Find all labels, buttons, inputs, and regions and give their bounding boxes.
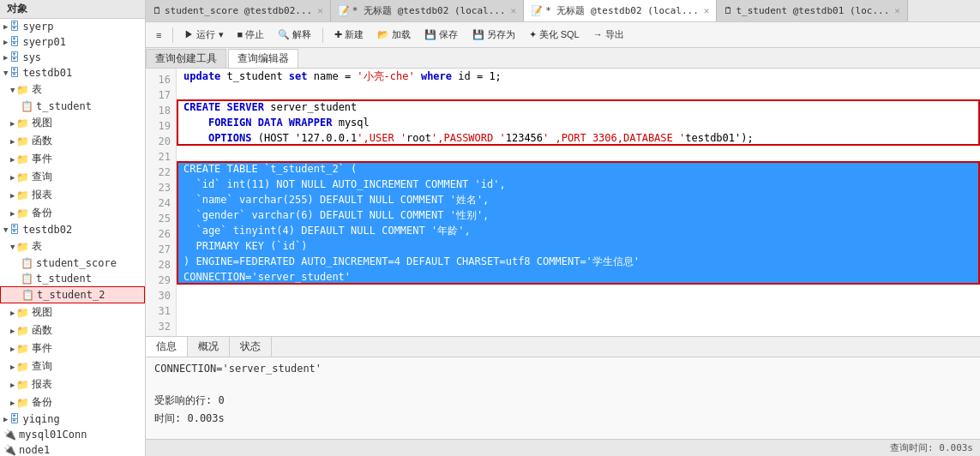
- sidebar-item-testdb02-view[interactable]: ▶📁视图: [0, 303, 145, 321]
- line-number-21: 21: [151, 149, 171, 165]
- toolbar-separator-3: [322, 27, 323, 43]
- tab-t_student-@testdb01-[interactable]: 🗒t_student @testdb01 (loc...✕: [717, 0, 907, 22]
- code-line-25: `gender` varchar(6) DEFAULT NULL COMMENT…: [177, 207, 980, 223]
- toolbar-btn-3[interactable]: 🔍 解释: [273, 27, 316, 43]
- code-line-31: [177, 300, 980, 315]
- sidebar-item-syerp01[interactable]: ▶🗄syerp01: [0, 34, 145, 50]
- toolbar-btn-9[interactable]: → 导出: [588, 27, 629, 43]
- editor-area[interactable]: 1617181920212223242526272829303132update…: [146, 69, 980, 336]
- sidebar-item-testdb01-event[interactable]: ▶📁事件: [0, 150, 145, 168]
- sidebar-item-testdb02-t_student[interactable]: 📋t_student: [0, 271, 145, 286]
- sub-tab-查询创建工具[interactable]: 查询创建工具: [146, 49, 226, 68]
- sidebar-item-testdb01-view[interactable]: ▶📁视图: [0, 114, 145, 132]
- sidebar-item-syerp[interactable]: ▶🗄syerp: [0, 19, 145, 34]
- code-line-22: CREATE TABLE `t_student_2` (: [177, 161, 980, 177]
- line-number-16: 16: [151, 72, 171, 87]
- line-number-30: 30: [151, 288, 171, 303]
- line-number-26: 26: [151, 226, 171, 242]
- code-line-20: OPTIONS (HOST '127.0.0.1',USER 'root',PA…: [177, 130, 980, 146]
- sidebar-item-testdb02-table[interactable]: ▼📁表: [0, 237, 145, 255]
- right-panel: 🗒student_score @testdb02...✕📝* 无标题 @test…: [146, 0, 980, 456]
- toolbar: ≡▶ 运行 ▾■ 停止🔍 解释✚ 新建📂 加载💾 保存💾 另存为✦ 美化 SQL…: [146, 22, 980, 48]
- line-number-18: 18: [151, 103, 171, 118]
- code-line-18: CREATE SERVER server_student: [177, 99, 980, 115]
- line-number-24: 24: [151, 195, 171, 211]
- sidebar-item-testdb02-report[interactable]: ▶📁报表: [0, 375, 145, 393]
- line-number-31: 31: [151, 303, 171, 319]
- sidebar-item-testdb01-backup[interactable]: ▶📁备份: [0, 204, 145, 222]
- toolbar-btn-4[interactable]: ✚ 新建: [329, 27, 369, 43]
- line-number-19: 19: [151, 118, 171, 134]
- tab-student_score-@testd[interactable]: 🗒student_score @testdb02...✕: [146, 0, 331, 22]
- toolbar-btn-1[interactable]: ▶ 运行 ▾: [179, 27, 228, 43]
- sidebar-item-node1[interactable]: 🔌node1: [0, 442, 145, 456]
- sidebar-item-testdb02-func[interactable]: ▶📁函数: [0, 321, 145, 339]
- toolbar-btn-5[interactable]: 📂 加载: [372, 27, 416, 43]
- code-line-32: [177, 315, 980, 331]
- info-line1: CONNECTION='server_student': [154, 363, 971, 375]
- toolbar-separator-0: [172, 27, 173, 43]
- sidebar-item-testdb01-query[interactable]: ▶📁查询: [0, 168, 145, 186]
- code-line-17: [177, 84, 980, 99]
- sidebar-item-mysql01Conn[interactable]: 🔌mysql01Conn: [0, 427, 145, 442]
- info-tab-概况[interactable]: 概况: [188, 337, 230, 357]
- status-text: 查询时间: 0.003s: [890, 441, 973, 454]
- sidebar-item-testdb02-student_score[interactable]: 📋student_score: [0, 255, 145, 271]
- code-line-23: `id` int(11) NOT NULL AUTO_INCREMENT COM…: [177, 177, 980, 192]
- info-line4: 时间: 0.003s: [154, 411, 971, 426]
- sub-tab-查询编辑器[interactable]: 查询编辑器: [228, 49, 298, 68]
- sidebar-item-sys[interactable]: ▶🗄sys: [0, 50, 145, 65]
- sidebar-item-testdb02-t_student_2[interactable]: 📋t_student_2: [0, 286, 145, 303]
- sidebar-item-testdb01[interactable]: ▼🗄testdb01: [0, 65, 145, 81]
- info-content: CONNECTION='server_student' 受影响的行: 0 时间:…: [146, 357, 980, 439]
- sidebar-item-testdb01-t_student[interactable]: 📋t_student: [0, 99, 145, 114]
- line-number-28: 28: [151, 257, 171, 273]
- line-number-17: 17: [151, 87, 171, 103]
- sidebar-header: 对象: [0, 0, 145, 19]
- toolbar-btn-2[interactable]: ■ 停止: [232, 27, 270, 43]
- sidebar-item-testdb02-query[interactable]: ▶📁查询: [0, 357, 145, 375]
- sidebar-item-testdb02-backup[interactable]: ▶📁备份: [0, 393, 145, 411]
- info-line2: [154, 378, 971, 390]
- code-line-30: [177, 285, 980, 300]
- sidebar-item-testdb01-table[interactable]: ▼📁表: [0, 81, 145, 99]
- code-line-29: CONNECTION='server_student': [177, 269, 980, 285]
- line-numbers: 1617181920212223242526272829303132: [146, 69, 177, 336]
- tab-*-无标题-@testdb02-(loc[interactable]: 📝* 无标题 @testdb02 (local...✕: [331, 0, 524, 22]
- code-line-26: `age` tinyint(4) DEFAULT NULL COMMENT '年…: [177, 223, 980, 238]
- line-number-20: 20: [151, 134, 171, 149]
- code-line-16: update t_student set name = '小亮-che' whe…: [177, 69, 980, 84]
- toolbar-btn-7[interactable]: 💾 另存为: [467, 27, 520, 43]
- code-line-19: FOREIGN DATA WRAPPER mysql: [177, 115, 980, 130]
- info-tab-信息[interactable]: 信息: [146, 337, 188, 357]
- line-number-27: 27: [151, 242, 171, 257]
- info-tab-状态[interactable]: 状态: [230, 337, 272, 357]
- line-number-22: 22: [151, 165, 171, 180]
- toolbar-btn-6[interactable]: 💾 保存: [419, 27, 463, 43]
- code-line-27: PRIMARY KEY (`id`): [177, 238, 980, 254]
- toolbar-btn-0[interactable]: ≡: [151, 28, 166, 42]
- code-line-28: ) ENGINE=FEDERATED AUTO_INCREMENT=4 DEFA…: [177, 254, 980, 269]
- line-number-29: 29: [151, 273, 171, 288]
- status-bar: 查询时间: 0.003s: [146, 439, 980, 456]
- code-line-24: `name` varchar(255) DEFAULT NULL COMMENT…: [177, 192, 980, 207]
- tab-*-无标题-@testdb02-(loc[interactable]: 📝* 无标题 @testdb02 (local...✕: [524, 0, 717, 22]
- sidebar-item-testdb01-report[interactable]: ▶📁报表: [0, 186, 145, 204]
- code-line-21: [177, 146, 980, 161]
- info-panel: 信息概况状态 CONNECTION='server_student' 受影响的行…: [146, 336, 980, 439]
- sidebar: 对象 ▶🗄syerp▶🗄syerp01▶🗄sys▼🗄testdb01▼📁表📋t_…: [0, 0, 146, 456]
- line-number-25: 25: [151, 211, 171, 226]
- sub-tab-bar: 查询创建工具查询编辑器: [146, 48, 980, 69]
- sidebar-item-yiqing[interactable]: ▶🗄yiqing: [0, 411, 145, 427]
- line-number-32: 32: [151, 319, 171, 334]
- tab-bar: 🗒student_score @testdb02...✕📝* 无标题 @test…: [146, 0, 980, 22]
- sidebar-item-testdb02[interactable]: ▼🗄testdb02: [0, 222, 145, 237]
- sidebar-item-testdb01-func[interactable]: ▶📁函数: [0, 132, 145, 150]
- toolbar-btn-8[interactable]: ✦ 美化 SQL: [524, 27, 585, 43]
- info-tabs: 信息概况状态: [146, 337, 980, 357]
- sidebar-item-testdb02-event[interactable]: ▶📁事件: [0, 339, 145, 357]
- line-number-23: 23: [151, 180, 171, 195]
- info-line3: 受影响的行: 0: [154, 393, 971, 408]
